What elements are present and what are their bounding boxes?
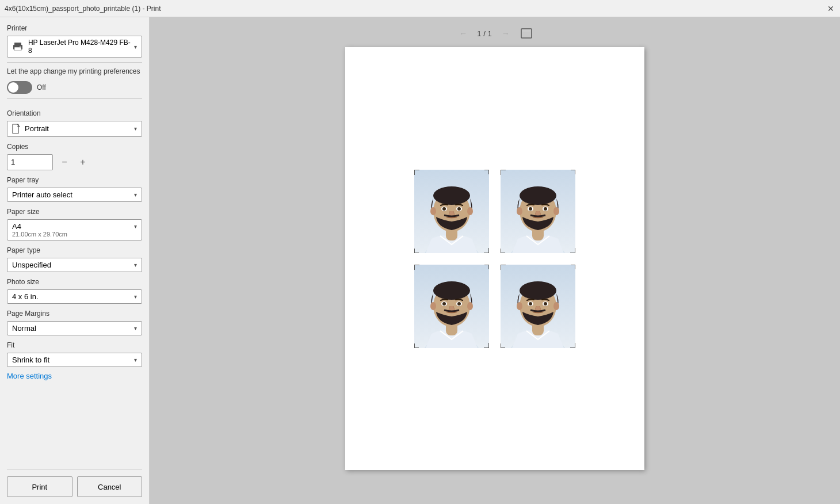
svg-point-39: [457, 302, 461, 306]
main-layout: Printer HP LaserJet Pro M428-M429 FB-8 ▾…: [0, 17, 840, 504]
svg-point-38: [442, 302, 446, 306]
orientation-value: Portrait: [25, 124, 49, 133]
portrait-icon: [12, 124, 20, 134]
photo-size-dropdown[interactable]: 4 x 6 in. ▾: [7, 289, 142, 304]
face-svg-2: [501, 170, 575, 253]
window-title: 4x6(10x15cm)_passport_photo_printable (1…: [5, 5, 161, 13]
paper-size-value: A4: [12, 222, 21, 231]
svg-rect-6: [522, 30, 530, 32]
divider-1: [7, 62, 142, 63]
corner-bl-2: [501, 249, 505, 253]
title-bar: 4x6(10x15cm)_passport_photo_printable (1…: [0, 0, 840, 17]
svg-point-23: [517, 207, 522, 215]
svg-point-45: [517, 302, 522, 310]
corner-tr-3: [484, 265, 489, 269]
orientation-label: Orientation: [7, 109, 142, 117]
paper-size-main: A4 ▾: [12, 222, 137, 231]
svg-point-49: [529, 302, 532, 306]
bottom-buttons: Print Cancel: [7, 469, 142, 497]
corner-tr-4: [571, 265, 575, 269]
svg-point-35: [467, 302, 473, 310]
svg-point-22: [520, 186, 556, 205]
paper-size-dropdown[interactable]: A4 ▾ 21.00cm x 29.70cm: [7, 219, 142, 240]
face-svg-3: [414, 265, 489, 348]
page-margins-label: Page Margins: [7, 310, 142, 318]
toggle-state-label: Off: [37, 83, 46, 91]
copies-decrement-button[interactable]: −: [58, 155, 71, 169]
svg-point-13: [467, 207, 473, 215]
next-page-button[interactable]: →: [499, 26, 513, 40]
face-svg-4: [501, 265, 575, 348]
paper-size-sub: 21.00cm x 29.70cm: [12, 231, 137, 238]
passport-photo-4: [501, 265, 575, 348]
photo-size-chevron-icon: ▾: [134, 293, 137, 300]
photo-size-label: Photo size: [7, 278, 142, 286]
fit-value: Shrink to fit: [12, 356, 49, 364]
printer-name: HP LaserJet Pro M428-M429 FB-8: [28, 39, 134, 55]
svg-point-28: [544, 207, 547, 211]
left-panel: Printer HP LaserJet Pro M428-M429 FB-8 ▾…: [0, 17, 150, 504]
nav-bar: ← 1 / 1 →: [456, 26, 533, 40]
svg-rect-1: [14, 43, 21, 45]
app-change-toggle[interactable]: [7, 81, 32, 94]
fit-dropdown[interactable]: Shrink to fit ▾: [7, 353, 142, 367]
paper-size-label: Paper size: [7, 208, 142, 216]
photo-grid: [403, 158, 587, 360]
svg-rect-3: [20, 46, 21, 47]
fullscreen-icon: [521, 28, 532, 39]
paper-size-chevron-icon: ▾: [134, 223, 137, 230]
toggle-row: Off: [7, 81, 142, 94]
page-margins-value: Normal: [12, 324, 36, 333]
svg-point-17: [457, 207, 461, 211]
printer-info: HP LaserJet Pro M428-M429 FB-8: [12, 39, 134, 55]
copies-input[interactable]: [7, 154, 53, 170]
passport-photo-2: [501, 170, 575, 253]
paper-type-chevron-icon: ▾: [134, 262, 137, 268]
printer-chevron-icon: ▾: [134, 44, 137, 50]
corner-bl-1: [414, 249, 419, 253]
prev-page-button[interactable]: ←: [456, 26, 470, 40]
corner-bl-4: [501, 343, 505, 348]
svg-point-50: [544, 302, 547, 306]
photo-size-value: 4 x 6 in.: [12, 292, 39, 301]
preview-page: [345, 47, 644, 470]
face-svg-1: [414, 170, 489, 253]
corner-tr-1: [484, 170, 489, 174]
page-margins-dropdown[interactable]: Normal ▾: [7, 321, 142, 335]
svg-point-24: [553, 207, 559, 215]
toggle-knob: [8, 82, 18, 93]
fit-chevron-icon: ▾: [134, 357, 137, 363]
fullscreen-button[interactable]: [520, 26, 533, 40]
orientation-dropdown[interactable]: Portrait ▾: [7, 121, 142, 137]
copies-increment-button[interactable]: +: [76, 155, 90, 169]
printer-icon: [12, 41, 24, 52]
printer-label: Printer: [7, 24, 142, 32]
paper-type-dropdown[interactable]: Unspecified ▾: [7, 258, 142, 272]
copies-label: Copies: [7, 143, 142, 151]
svg-point-12: [430, 207, 436, 215]
copies-row: − +: [7, 154, 142, 170]
svg-rect-4: [13, 124, 18, 133]
paper-tray-label: Paper tray: [7, 176, 142, 184]
paper-tray-dropdown[interactable]: Printer auto select ▾: [7, 188, 142, 202]
cancel-button[interactable]: Cancel: [77, 476, 143, 497]
change-prefs-label: Let the app change my printing preferenc…: [7, 67, 142, 77]
paper-type-label: Paper type: [7, 246, 142, 254]
svg-point-11: [433, 186, 470, 205]
more-settings-link[interactable]: More settings: [7, 372, 142, 380]
svg-point-33: [433, 281, 470, 300]
paper-tray-value: Printer auto select: [12, 190, 72, 199]
printer-dropdown[interactable]: HP LaserJet Pro M428-M429 FB-8 ▾: [7, 36, 142, 58]
divider-2: [7, 98, 142, 99]
corner-bl-3: [414, 343, 419, 348]
page-margins-chevron-icon: ▾: [134, 325, 137, 331]
svg-point-46: [553, 302, 559, 310]
paper-tray-chevron-icon: ▾: [134, 192, 137, 198]
fit-label: Fit: [7, 341, 142, 349]
page-indicator: 1 / 1: [477, 29, 491, 38]
close-button[interactable]: ✕: [826, 4, 835, 13]
print-button[interactable]: Print: [7, 476, 72, 497]
svg-point-27: [529, 207, 532, 211]
svg-point-34: [430, 302, 436, 310]
svg-point-44: [520, 281, 556, 300]
